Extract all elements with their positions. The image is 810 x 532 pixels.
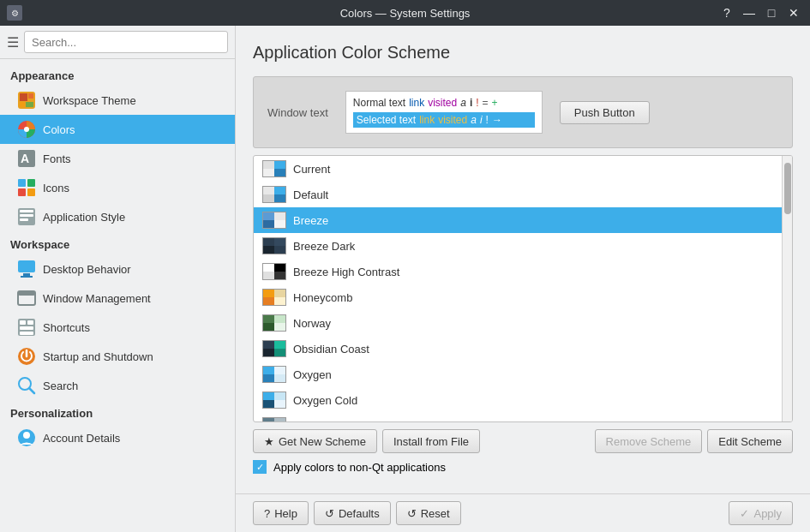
account-details-icon	[17, 428, 36, 447]
preview-box: Normal text link visited a i ! = + Selec…	[345, 91, 543, 134]
account-details-label: Account Details	[43, 432, 120, 445]
scheme-item-default[interactable]: Default	[254, 182, 782, 207]
scheme-thumb-breeze-high-contrast	[262, 263, 286, 280]
icons-label: Icons	[43, 182, 69, 194]
svg-text:A: A	[21, 152, 29, 165]
scheme-item-oxygen[interactable]: Oxygen	[254, 362, 782, 387]
titlebar-title: Colors — System Settings	[340, 7, 471, 20]
sidebar-item-workspace-theme[interactable]: Workspace Theme	[0, 86, 235, 115]
scheme-item-norway[interactable]: Norway	[254, 310, 782, 336]
remove-scheme-button[interactable]: Remove Scheme	[595, 429, 703, 453]
sidebar-item-window-management[interactable]: Window Management	[0, 284, 235, 313]
scheme-item-honeycomb[interactable]: Honeycomb	[254, 284, 782, 310]
svg-line-29	[29, 388, 34, 393]
scheme-item-steel[interactable]: Steel	[254, 413, 782, 421]
sidebar-item-account-details[interactable]: Account Details	[0, 423, 235, 452]
scheme-item-oxygen-cold[interactable]: Oxygen Cold	[254, 387, 782, 413]
section-appearance: Appearance	[0, 63, 235, 86]
sel-visited-text: visited	[438, 114, 467, 126]
sidebar-item-colors[interactable]: Colors	[0, 115, 235, 144]
checkbox-row[interactable]: ✓ Apply colors to non-Qt applications	[253, 460, 793, 474]
sidebar-item-startup-shutdown[interactable]: Startup and Shutdown	[0, 342, 235, 371]
apply-icon: ✓	[740, 507, 749, 520]
scheme-item-obsidian-coast[interactable]: Obsidian Coast	[254, 336, 782, 362]
svg-rect-2	[28, 93, 33, 99]
scheme-list[interactable]: CurrentDefaultBreezeBreeze DarkBreeze Hi…	[254, 156, 782, 421]
scheme-label-oxygen: Oxygen	[293, 368, 332, 381]
startup-shutdown-label: Startup and Shutdown	[43, 350, 153, 363]
desktop-behavior-icon	[17, 260, 36, 278]
application-style-label: Application Style	[43, 211, 125, 224]
svg-rect-25	[20, 326, 33, 330]
svg-rect-21	[18, 291, 35, 296]
icons-icon	[17, 178, 36, 197]
scheme-item-breeze-high-contrast[interactable]: Breeze High Contrast	[254, 259, 782, 284]
help-button[interactable]: ?	[717, 3, 736, 22]
search-input[interactable]	[24, 31, 228, 53]
section-personalization: Personalization	[0, 400, 235, 423]
help-button-bottom[interactable]: ? Help	[253, 501, 309, 525]
scheme-label-obsidian-coast: Obsidian Coast	[293, 343, 369, 356]
reset-button[interactable]: ↺ Reset	[396, 501, 461, 525]
svg-rect-10	[27, 179, 35, 187]
scheme-thumb-breeze	[262, 212, 286, 229]
sel-italic-a: a	[471, 114, 477, 126]
scheme-thumb-norway	[262, 314, 286, 332]
scheme-label-norway: Norway	[293, 317, 331, 330]
svg-point-31	[23, 432, 30, 439]
defaults-button[interactable]: ↺ Defaults	[314, 501, 391, 525]
sidebar-item-search[interactable]: Search	[0, 371, 235, 400]
sel-italic-i: i	[480, 114, 483, 126]
link-text: link	[409, 97, 424, 109]
sidebar-item-icons[interactable]: Icons	[0, 173, 235, 202]
window-management-icon	[17, 289, 36, 308]
fonts-label: Fonts	[43, 152, 71, 165]
scheme-thumb-breeze-dark	[262, 237, 286, 254]
italic-a: a	[460, 97, 466, 109]
app-icon: ⚙	[7, 5, 22, 21]
scheme-thumb-oxygen	[262, 366, 286, 383]
hamburger-icon[interactable]: ☰	[7, 34, 19, 51]
scrollbar-thumb	[784, 163, 791, 214]
svg-rect-3	[20, 102, 25, 107]
titlebar: ⚙ Colors — System Settings ? — □ ✕	[0, 0, 810, 26]
apply-button[interactable]: ✓ Apply	[729, 501, 793, 525]
desktop-behavior-label: Desktop Behavior	[43, 263, 131, 276]
selected-text: Selected text	[357, 114, 416, 126]
search-label: Search	[43, 380, 78, 392]
scheme-item-breeze-dark[interactable]: Breeze Dark	[254, 233, 782, 259]
minimize-button[interactable]: —	[740, 3, 759, 22]
svg-rect-12	[27, 188, 35, 196]
svg-point-6	[24, 127, 29, 132]
svg-rect-14	[20, 210, 33, 212]
sidebar: ☰ Appearance Workspace Theme	[0, 26, 236, 532]
sel-link-text: link	[419, 114, 435, 126]
sel-excl: !	[486, 114, 489, 126]
sidebar-content: Appearance Workspace Theme	[0, 59, 235, 532]
scheme-list-container: CurrentDefaultBreezeBreeze DarkBreeze Hi…	[253, 155, 793, 422]
sidebar-item-application-style[interactable]: Application Style	[0, 202, 235, 231]
close-button[interactable]: ✕	[784, 3, 803, 22]
install-from-file-button[interactable]: Install from File	[382, 429, 480, 453]
scheme-label-honeycomb: Honeycomb	[293, 291, 352, 304]
sidebar-item-fonts[interactable]: A Fonts	[0, 144, 235, 173]
visited-text: visited	[428, 97, 457, 109]
titlebar-controls: ? — □ ✕	[717, 3, 803, 22]
svg-rect-9	[18, 179, 26, 187]
scheme-item-current[interactable]: Current	[254, 156, 782, 182]
scheme-list-wrapper: CurrentDefaultBreezeBreeze DarkBreeze Hi…	[254, 156, 792, 421]
maximize-button[interactable]: □	[762, 3, 781, 22]
svg-rect-11	[18, 188, 26, 196]
scheme-thumb-obsidian-coast	[262, 340, 286, 357]
sidebar-item-shortcuts[interactable]: Shortcuts	[0, 313, 235, 342]
get-new-scheme-button[interactable]: ★ Get New Scheme	[253, 429, 377, 453]
scheme-scrollbar[interactable]	[782, 156, 792, 421]
scheme-thumb-honeycomb	[262, 289, 286, 306]
sidebar-item-desktop-behavior[interactable]: Desktop Behavior	[0, 254, 235, 284]
svg-rect-16	[20, 218, 28, 221]
scheme-label-breeze: Breeze	[293, 214, 328, 227]
page-title: Application Color Scheme	[253, 43, 793, 63]
edit-scheme-button[interactable]: Edit Scheme	[707, 429, 793, 453]
scheme-item-breeze[interactable]: Breeze	[254, 207, 782, 233]
push-button[interactable]: Push Button	[560, 101, 650, 124]
